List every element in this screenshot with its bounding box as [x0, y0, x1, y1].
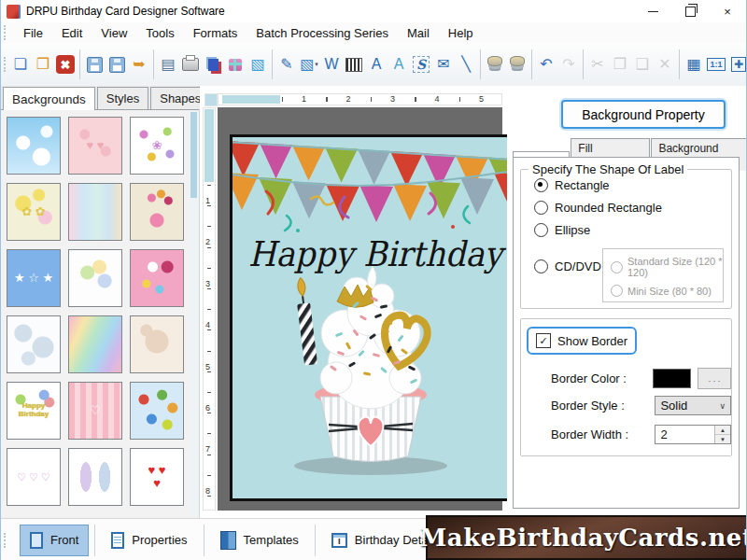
restore-button[interactable]	[671, 0, 709, 22]
insert-image-glyph: ▧	[250, 57, 264, 72]
h-ruler-number: 4	[434, 94, 441, 105]
scrollbar-thumb[interactable]	[190, 112, 197, 198]
open-file-icon[interactable]: ❐	[33, 50, 53, 78]
border-width-spinner[interactable]: 2 ▲ ▼	[655, 425, 731, 444]
bg-butterflies-thumbnail[interactable]: ❀	[130, 117, 184, 175]
bg-blue-stars-thumbnail[interactable]: ★ ☆ ★	[7, 249, 61, 307]
menu-item-tools[interactable]: Tools	[136, 24, 183, 42]
toolbar-separator	[480, 49, 481, 79]
save-icon[interactable]	[84, 50, 105, 78]
dropdown-arrow-icon: ▾	[315, 61, 318, 68]
property-tab-content: Specify The Shape Of Label RectangleRoun…	[513, 157, 740, 509]
menu-item-batch-processing-series[interactable]: Batch Processing Series	[247, 24, 398, 42]
actual-size-icon[interactable]: 1:1	[706, 50, 726, 78]
bg-pastel-balloons-thumbnail[interactable]	[68, 249, 122, 307]
bottom-tab-label: Templates	[244, 533, 299, 547]
print-copies-icon[interactable]	[203, 50, 223, 78]
database-2-icon[interactable]	[507, 50, 528, 78]
spin-up-icon[interactable]: ▲	[715, 426, 730, 435]
bg-heart-stripes-thumbnail[interactable]: ♡	[68, 382, 122, 440]
workspace[interactable]: Happy Birthday	[218, 107, 502, 511]
menu-item-view[interactable]: View	[92, 24, 136, 42]
picture-shapes-icon[interactable]: ▧▾	[299, 50, 319, 78]
border-color-label: Border Color :	[551, 371, 653, 385]
new-document-icon[interactable]: ❏	[10, 50, 31, 78]
copy-icon: ❐	[610, 50, 630, 78]
save-as-icon[interactable]	[106, 50, 127, 78]
bg-blue-stars-glyph: ★ ☆ ★	[14, 272, 53, 285]
menu-drag-handle	[4, 25, 10, 40]
show-border-checkbox[interactable]: ✓ Show Border	[527, 327, 637, 355]
menu-item-formats[interactable]: Formats	[184, 24, 247, 42]
background-thumbnails-grid: ♥ ♥❀✿ ✿★ ☆ ★Happy Birthday♡♡ ♡ ♡♥ ♥ ♥	[5, 115, 186, 514]
h-ruler-number: 3	[389, 94, 396, 105]
border-style-dropdown[interactable]: Solid ∨	[655, 396, 731, 415]
bg-happy-birthday-text-thumbnail[interactable]: Happy Birthday	[7, 382, 61, 440]
close-button[interactable]: ×	[709, 0, 746, 22]
bottom-tab-separator	[94, 525, 95, 556]
tab-styles[interactable]: Styles	[97, 87, 148, 109]
radio-rectangle[interactable]: Rectangle	[534, 178, 731, 192]
tab-templates[interactable]: Templates	[210, 524, 309, 557]
bg-bubbles-thumbnail[interactable]	[7, 315, 61, 373]
email-glyph: ✉	[437, 57, 449, 72]
undo-icon[interactable]: ↶	[536, 50, 557, 78]
card-canvas[interactable]: Happy Birthday	[230, 134, 521, 501]
bg-daisies-thumbnail[interactable]: ✿ ✿	[7, 183, 61, 241]
bg-balloons-sky-thumbnail[interactable]	[130, 382, 184, 440]
bg-teddy-bear-thumbnail[interactable]	[130, 315, 184, 373]
grid-view-icon[interactable]: ▦	[684, 50, 704, 78]
radio-label: Rounded Rectangle	[555, 201, 662, 215]
menu-item-edit[interactable]: Edit	[52, 24, 92, 42]
tab-properties[interactable]: Properties	[101, 525, 197, 556]
line-tool-icon[interactable]: ╲	[456, 50, 476, 78]
signature-icon[interactable]: S	[411, 50, 431, 78]
text-page-icon[interactable]: A	[388, 50, 409, 78]
menu-item-mail[interactable]: Mail	[398, 24, 439, 42]
fit-screen-icon[interactable]: ✚	[728, 50, 747, 78]
gift-box-icon[interactable]	[225, 50, 246, 78]
radio-rounded-rectangle[interactable]: Rounded Rectangle	[534, 201, 731, 215]
tab-backgrounds[interactable]: Backgrounds	[3, 87, 95, 110]
border-color-swatch[interactable]	[653, 369, 691, 388]
tab-front[interactable]: Front	[20, 525, 89, 556]
bg-heart-outlines-thumbnail[interactable]: ♡ ♡ ♡	[7, 448, 61, 506]
cut-icon: ✂	[587, 50, 608, 78]
email-icon[interactable]: ✉	[433, 50, 454, 78]
insert-image-icon[interactable]: ▧	[247, 50, 268, 78]
radio-standard-size-120-120[interactable]: Standard Size (120 * 120)	[611, 256, 723, 278]
bg-pink-hearts-thumbnail[interactable]: ♥ ♥	[68, 117, 122, 175]
bg-sky-clouds-thumbnail[interactable]	[7, 117, 61, 175]
background-property-button[interactable]: Background Property	[561, 100, 726, 129]
menu-item-file[interactable]: File	[14, 24, 52, 42]
radio-ellipse[interactable]: Ellipse	[534, 223, 731, 237]
database-1-icon[interactable]	[485, 50, 505, 78]
barcode-icon[interactable]	[344, 50, 364, 78]
bg-winter-scene-thumbnail[interactable]	[68, 183, 122, 241]
checkbox-checkmark-icon: ✓	[536, 333, 551, 348]
export-file-icon[interactable]: ➥	[129, 50, 149, 78]
radio-mini-size-80-80[interactable]: Mini Size (80 * 80)	[611, 285, 723, 297]
v-ruler-number: 4	[205, 321, 210, 329]
font-icon[interactable]: A	[366, 50, 387, 78]
menu-item-help[interactable]: Help	[439, 24, 483, 42]
watermark-icon[interactable]: W	[321, 50, 342, 78]
print-preview-glyph: ▤	[161, 57, 175, 72]
bg-bird-balloons-thumbnail[interactable]	[130, 183, 184, 241]
bg-rainbow-pastel-thumbnail[interactable]	[68, 315, 122, 373]
print-preview-icon[interactable]: ▤	[158, 50, 178, 78]
minimize-button[interactable]	[634, 0, 671, 22]
toolbar-separator	[583, 49, 584, 79]
close-file-icon[interactable]: ✖	[56, 55, 75, 74]
backgrounds-scrollbar[interactable]	[190, 110, 198, 516]
print-icon[interactable]	[180, 50, 201, 78]
bg-red-hearts-thumbnail[interactable]: ♥ ♥ ♥	[130, 448, 184, 506]
card-greeting-text: Happy Birthday	[248, 234, 507, 274]
bg-heart-stripes-glyph: ♡	[90, 404, 101, 417]
border-color-browse-button[interactable]: . . .	[698, 368, 731, 389]
bg-pink-party-thumbnail[interactable]	[130, 249, 184, 307]
spin-down-icon[interactable]: ▼	[715, 435, 730, 443]
bg-balloon-columns-thumbnail[interactable]	[68, 448, 122, 506]
pen-tool-icon[interactable]: ✎	[276, 50, 297, 78]
paste-icon: ❑	[632, 50, 653, 78]
